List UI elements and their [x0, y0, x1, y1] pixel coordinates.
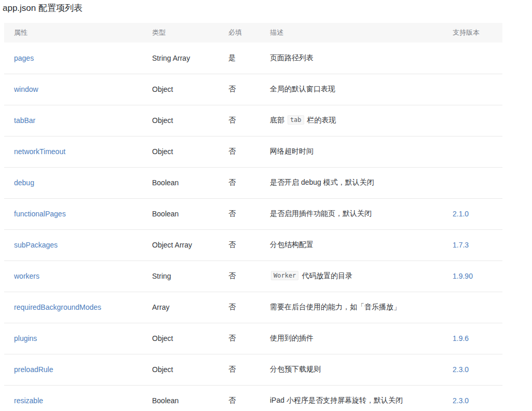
version-cell: 2.1.0 — [443, 198, 502, 229]
table-row-requiredBackgroundModes: requiredBackgroundModesArray否需要在后台使用的能力，… — [4, 292, 502, 323]
table-row-workers: workersString否Worker 代码放置的目录1.9.90 — [4, 261, 502, 292]
description-cell: 网络超时时间 — [260, 136, 443, 167]
version-link-plugins[interactable]: 1.9.6 — [453, 334, 469, 342]
property-cell: window — [4, 74, 142, 105]
required-cell: 否 — [219, 74, 260, 105]
property-link-tabBar[interactable]: tabBar — [14, 116, 35, 125]
table-body: pagesString Array是页面路径列表windowObject否全局的… — [4, 43, 502, 411]
version-link-resizable[interactable]: 2.3.0 — [453, 396, 469, 405]
description-text: 需要在后台使用的能力，如「音乐播放」 — [270, 303, 401, 311]
property-link-resizable[interactable]: resizable — [14, 396, 43, 405]
version-cell — [443, 74, 502, 105]
property-cell: networkTimeout — [4, 136, 142, 167]
description-cell: 全局的默认窗口表现 — [260, 74, 443, 105]
required-cell: 否 — [219, 385, 260, 411]
version-link-functionalPages[interactable]: 2.1.0 — [453, 210, 469, 218]
table-row-functionalPages: functionalPagesBoolean否是否启用插件功能页，默认关闭2.1… — [4, 198, 502, 229]
property-link-pages[interactable]: pages — [14, 54, 34, 62]
required-cell: 否 — [219, 105, 260, 136]
inline-code: tab — [288, 115, 304, 125]
property-cell: debug — [4, 167, 142, 198]
version-cell — [443, 136, 502, 167]
description-text: 页面路径列表 — [270, 53, 313, 62]
description-text: 是否开启 debug 模式，默认关闭 — [270, 178, 374, 186]
description-cell: 是否开启 debug 模式，默认关闭 — [260, 167, 443, 198]
version-cell — [443, 292, 502, 323]
property-cell: pages — [4, 43, 142, 74]
version-cell: 1.9.90 — [443, 261, 502, 292]
table-header-row: 属性类型必填描述支持版本 — [4, 23, 502, 43]
description-text: 分包结构配置 — [270, 240, 313, 249]
type-cell: Object — [142, 74, 219, 105]
property-cell: functionalPages — [4, 198, 142, 229]
property-link-subPackages[interactable]: subPackages — [14, 241, 58, 249]
required-cell: 否 — [219, 323, 260, 354]
column-header-version: 支持版本 — [443, 23, 502, 43]
table-row-plugins: pluginsObject否使用到的插件1.9.6 — [4, 323, 502, 354]
property-link-preloadRule[interactable]: preloadRule — [14, 365, 53, 374]
description-text: 栏的表现 — [305, 116, 336, 124]
description-cell: 页面路径列表 — [260, 43, 443, 74]
description-text: 网络超时时间 — [270, 147, 313, 155]
property-link-debug[interactable]: debug — [14, 179, 34, 187]
description-cell: 需要在后台使用的能力，如「音乐播放」 — [260, 292, 443, 323]
column-header-property: 属性 — [4, 23, 142, 43]
type-cell: Object Array — [142, 229, 219, 261]
type-cell: Boolean — [142, 167, 219, 198]
table-row-networkTimeout: networkTimeoutObject否网络超时时间 — [4, 136, 502, 167]
property-cell: subPackages — [4, 229, 142, 261]
column-header-type: 类型 — [142, 23, 219, 43]
version-link-subPackages[interactable]: 1.7.3 — [453, 241, 469, 249]
required-cell: 否 — [219, 354, 260, 385]
required-cell: 否 — [219, 261, 260, 292]
description-cell: 分包结构配置 — [260, 229, 443, 261]
property-link-workers[interactable]: workers — [14, 272, 39, 280]
page: app.json 配置项列表 属性类型必填描述支持版本 pagesString … — [0, 0, 532, 411]
property-cell: requiredBackgroundModes — [4, 292, 142, 323]
description-text: 分包预下载规则 — [270, 365, 321, 373]
property-cell: preloadRule — [4, 354, 142, 385]
description-cell: 底部 tab 栏的表现 — [260, 105, 443, 136]
description-text: 全局的默认窗口表现 — [270, 85, 335, 93]
version-cell: 2.3.0 — [443, 354, 502, 385]
version-link-workers[interactable]: 1.9.90 — [453, 272, 473, 280]
property-cell: resizable — [4, 385, 142, 411]
type-cell: Object — [142, 105, 219, 136]
property-link-plugins[interactable]: plugins — [14, 334, 37, 342]
type-cell: Object — [142, 323, 219, 354]
description-cell: 是否启用插件功能页，默认关闭 — [260, 198, 443, 229]
description-cell: 使用到的插件 — [260, 323, 443, 354]
property-link-functionalPages[interactable]: functionalPages — [14, 210, 66, 218]
inline-code: Worker — [271, 271, 298, 280]
type-cell: String — [142, 261, 219, 292]
required-cell: 否 — [219, 167, 260, 198]
description-cell: Worker 代码放置的目录 — [260, 261, 443, 292]
property-cell: workers — [4, 261, 142, 292]
description-cell: 分包预下载规则 — [260, 354, 443, 385]
version-cell — [443, 167, 502, 198]
property-link-window[interactable]: window — [14, 85, 38, 93]
table-row-resizable: resizableBoolean否iPad 小程序是否支持屏幕旋转，默认关闭2.… — [4, 385, 502, 411]
description-text: 使用到的插件 — [270, 334, 313, 342]
description-text: 是否启用插件功能页，默认关闭 — [270, 209, 372, 217]
table-row-subPackages: subPackagesObject Array否分包结构配置1.7.3 — [4, 229, 502, 261]
type-cell: Array — [142, 292, 219, 323]
version-cell: 1.7.3 — [443, 229, 502, 261]
page-title: app.json 配置项列表 — [3, 2, 532, 15]
version-cell: 2.3.0 — [443, 385, 502, 411]
description-text: iPad 小程序是否支持屏幕旋转，默认关闭 — [270, 396, 403, 404]
required-cell: 否 — [219, 136, 260, 167]
description-cell: iPad 小程序是否支持屏幕旋转，默认关闭 — [260, 385, 443, 411]
version-link-preloadRule[interactable]: 2.3.0 — [453, 365, 469, 374]
property-cell: tabBar — [4, 105, 142, 136]
property-link-requiredBackgroundModes[interactable]: requiredBackgroundModes — [14, 303, 101, 311]
required-cell: 否 — [219, 229, 260, 261]
type-cell: Boolean — [142, 198, 219, 229]
column-header-description: 描述 — [260, 23, 443, 43]
description-text: 代码放置的目录 — [299, 271, 352, 280]
table-row-window: windowObject否全局的默认窗口表现 — [4, 74, 502, 105]
property-cell: plugins — [4, 323, 142, 354]
required-cell: 是 — [219, 43, 260, 74]
property-link-networkTimeout[interactable]: networkTimeout — [14, 147, 65, 156]
description-text: 底部 — [270, 116, 287, 124]
